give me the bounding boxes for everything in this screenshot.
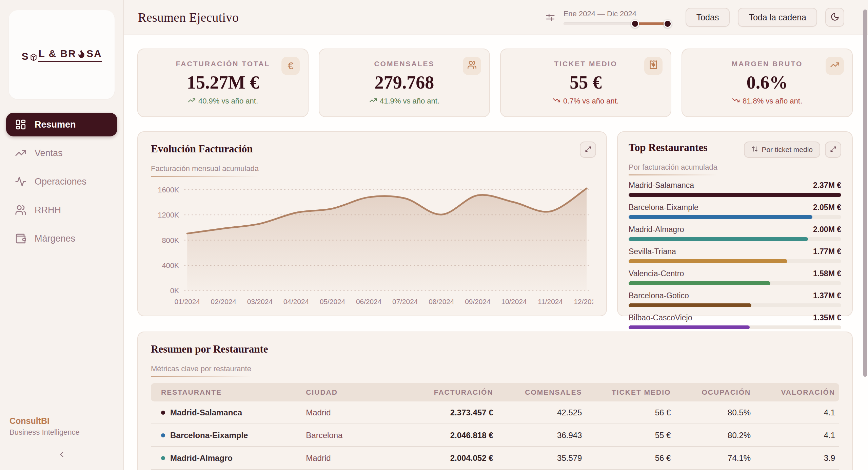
table-row[interactable]: Madrid-SalamancaMadrid2.373.457 €42.5255… — [151, 401, 839, 424]
x-axis-tick: 08/2024 — [429, 298, 454, 305]
consultbi-tagline: Business Intelligence — [9, 428, 114, 437]
table-column-header: COMENSALES — [497, 388, 586, 396]
sidebar-collapse-button[interactable] — [54, 447, 70, 463]
header-controls: Ene 2024 — Dic 2024 Todas Toda la cadena — [545, 8, 844, 27]
table-row[interactable]: Madrid-AlmagroMadrid2.004.052 €35.57956 … — [151, 447, 839, 470]
top-restaurant-item: Madrid-Almagro2.00M € — [629, 225, 841, 241]
rating-cell: 3.9 — [755, 453, 839, 463]
top-restaurant-label-row: Barcelona-Eixample2.05M € — [629, 203, 841, 212]
sliders-icon — [545, 12, 555, 22]
sidebar-item-resumen[interactable]: Resumen — [6, 113, 117, 136]
sidebar-item-ventas[interactable]: Ventas — [6, 141, 117, 165]
top-restaurant-bar-track — [629, 281, 841, 285]
occupancy-cell: 80.5% — [675, 408, 755, 417]
top-restaurant-value: 2.37M € — [813, 181, 841, 190]
kpi-card-0: FACTURACIÓN TOTAL15.27M €40.9% vs año an… — [137, 49, 309, 117]
table-column-header: CIUDAD — [302, 388, 404, 396]
filter-dropdown-restaurants[interactable]: Todas — [686, 8, 730, 27]
top-restaurant-bar-track — [629, 259, 841, 263]
date-range-label: Ene 2024 — Dic 2024 — [564, 10, 672, 18]
top-restaurant-bar-track — [629, 215, 841, 219]
theme-toggle-button[interactable] — [825, 8, 844, 27]
revenue-cell: 2.046.818 € — [404, 431, 497, 440]
top-restaurant-value: 1.77M € — [813, 247, 841, 256]
table-row[interactable]: Barcelona-EixampleBarcelona2.046.818 €36… — [151, 424, 839, 447]
x-axis-tick: 12/2024 — [574, 298, 593, 305]
top-restaurant-item: Sevilla-Triana1.77M € — [629, 247, 841, 263]
top-restaurant-bar-track — [629, 237, 841, 241]
restaurant-color-dot — [161, 433, 165, 437]
revenue-evolution-card: Evolución Facturación Facturación mensua… — [137, 131, 607, 316]
expand-icon — [830, 146, 837, 154]
users-icon — [467, 60, 477, 72]
sidebar-item-label: Operaciones — [35, 176, 86, 187]
kpi-label: MARGEN BRUTO — [732, 60, 803, 68]
date-range-handle-end[interactable] — [664, 20, 672, 28]
chart-expand-button[interactable] — [580, 142, 596, 158]
top-restaurant-bar-fill — [629, 215, 812, 219]
x-axis-tick: 06/2024 — [356, 298, 381, 305]
trending-up-icon — [369, 96, 377, 106]
kpi-delta: 40.9% vs año ant. — [188, 96, 258, 106]
kpi-card-1: COMENSALES279.76841.9% vs año ant. — [319, 49, 490, 117]
page-scrollbar[interactable] — [863, 10, 867, 377]
top-restaurant-bar-track — [629, 303, 841, 307]
top-restaurant-value: 1.58M € — [813, 269, 841, 278]
restaurant-color-dot — [161, 456, 165, 460]
top-restaurant-item: Madrid-Salamanca2.37M € — [629, 181, 841, 197]
city-cell: Madrid — [302, 408, 404, 417]
kpi-value: 15.27M € — [187, 72, 259, 93]
avg-ticket-cell: 56 € — [586, 408, 675, 417]
x-axis-tick: 10/2024 — [501, 298, 527, 305]
sidebar-item-operaciones[interactable]: Operaciones — [6, 170, 117, 193]
top-restaurant-label-row: Madrid-Salamanca2.37M € — [629, 181, 841, 190]
kpi-label: FACTURACIÓN TOTAL — [176, 60, 270, 68]
logo-text-post: SA — [86, 48, 102, 59]
top-restaurant-label-row: Madrid-Almagro2.00M € — [629, 225, 841, 234]
kpi-delta-text: 41.9% vs año ant. — [380, 97, 439, 106]
logo-text-mid: L & BR — [38, 48, 76, 59]
diners-cell: 42.525 — [497, 408, 586, 417]
top-restaurant-label-row: Bilbao-CascoViejo1.35M € — [629, 313, 841, 322]
revenue-cell: 2.004.052 € — [404, 453, 497, 463]
date-range-handle-start[interactable] — [631, 20, 639, 28]
table-column-header: TICKET MEDIO — [586, 388, 675, 396]
top-restaurant-bar-track — [629, 193, 841, 197]
top-restaurant-bar-fill — [629, 281, 770, 285]
flame-icon — [76, 49, 86, 60]
table-column-header: OCUPACIÓN — [675, 388, 755, 396]
y-axis-tick: 1600K — [158, 186, 179, 194]
x-axis-tick: 07/2024 — [392, 298, 418, 305]
restaurant-cell: Barcelona-Eixample — [151, 431, 302, 440]
top-restaurant-name: Sevilla-Triana — [629, 247, 676, 256]
top-restaurants-card: Top Restaurantes Por facturación acumula… — [617, 131, 853, 316]
rating-cell: 4.1 — [755, 408, 839, 417]
kpi-value: 279.768 — [375, 72, 434, 93]
date-range-slider[interactable] — [564, 22, 672, 25]
x-axis-tick: 03/2024 — [247, 298, 273, 305]
sort-by-ticket-button[interactable]: Por ticket medio — [744, 142, 820, 158]
kpi-icon-badge — [644, 57, 663, 75]
top-restaurants-subtitle: Por facturación acumulada — [629, 163, 717, 175]
sidebar-item-label: Ventas — [35, 148, 63, 158]
top-restaurant-bar-fill — [629, 259, 787, 263]
top-restaurants-titles: Top Restaurantes Por facturación acumula… — [629, 142, 744, 175]
top-restaurants-expand-button[interactable] — [825, 142, 841, 158]
top-restaurant-value: 1.37M € — [813, 291, 841, 300]
table-body: Madrid-SalamancaMadrid2.373.457 €42.5255… — [151, 401, 839, 470]
top-restaurant-item: Bilbao-CascoViejo1.35M € — [629, 313, 841, 329]
activity-icon — [15, 176, 26, 187]
sidebar-item-rrhh[interactable]: RRHH — [6, 198, 117, 222]
page-title: Resumen Ejecutivo — [138, 10, 239, 25]
top-restaurant-item: Barcelona-Gotico1.37M € — [629, 291, 841, 307]
revenue-area-chart-svg: 0K400K800K1200K1600K01/202402/202403/202… — [151, 180, 593, 314]
sidebar-item-márgenes[interactable]: Márgenes — [6, 227, 117, 250]
table-column-header: RESTAURANTE — [151, 388, 302, 396]
kpi-row: FACTURACIÓN TOTAL15.27M €40.9% vs año an… — [137, 49, 853, 117]
area-fill — [187, 188, 587, 290]
filter-dropdown-chain[interactable]: Toda la cadena — [738, 8, 817, 27]
salt-cube-icon — [29, 53, 38, 61]
kpi-icon-badge: € — [281, 57, 300, 75]
top-restaurant-bar-fill — [629, 303, 751, 307]
revenue-cell: 2.373.457 € — [404, 408, 497, 417]
